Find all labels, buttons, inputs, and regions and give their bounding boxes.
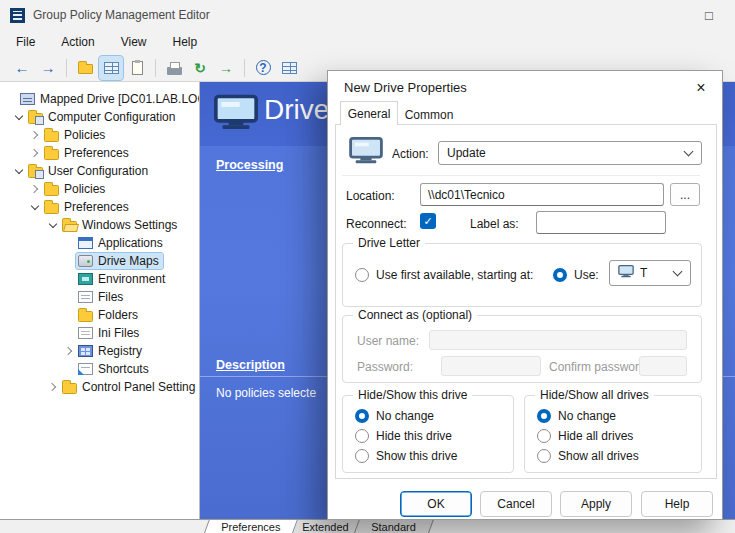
- menu-action[interactable]: Action: [48, 30, 107, 54]
- tab-common[interactable]: Common: [400, 104, 458, 125]
- tree-item-files[interactable]: Files: [0, 288, 199, 306]
- new-drive-properties-dialog: New Drive Properties × General Common Ac…: [327, 70, 723, 520]
- up-one-level-button[interactable]: [73, 56, 97, 80]
- chevron-down-icon[interactable]: [46, 218, 60, 232]
- chevron-right-icon[interactable]: [46, 380, 60, 394]
- menu-file[interactable]: File: [0, 30, 48, 54]
- tree-label: Control Panel Setting: [82, 380, 195, 394]
- show-console-tree-button[interactable]: [99, 56, 123, 80]
- tree-item-registry[interactable]: Registry: [0, 342, 199, 360]
- print-button[interactable]: [162, 56, 186, 80]
- help-button[interactable]: ?: [251, 56, 275, 80]
- reconnect-checkbox[interactable]: [420, 213, 436, 229]
- tree-label: Applications: [98, 236, 163, 250]
- folder-icon: [44, 149, 59, 160]
- this-no-change-radio[interactable]: No change: [355, 409, 434, 423]
- tree-item-user-configuration[interactable]: User Configuration: [0, 162, 199, 180]
- close-icon[interactable]: ×: [688, 76, 714, 100]
- menu-help[interactable]: Help: [160, 30, 211, 54]
- tree-item-drive-maps[interactable]: Drive Maps: [0, 252, 199, 270]
- chevron-down-icon[interactable]: [28, 200, 42, 214]
- tree-label: Mapped Drive [DC01.LAB.LOCA: [40, 92, 200, 106]
- tree-item-gpo-root[interactable]: Mapped Drive [DC01.LAB.LOCA: [0, 90, 199, 108]
- export-arrow-icon: →: [219, 60, 233, 76]
- label-as-input[interactable]: [536, 211, 666, 234]
- tree-label: Ini Files: [98, 326, 139, 340]
- tree-item-control-panel-settings[interactable]: Control Panel Setting: [0, 378, 199, 396]
- radio-off-icon: [355, 268, 369, 282]
- ok-button[interactable]: OK: [400, 491, 472, 517]
- tree-item-windows-settings[interactable]: Windows Settings: [0, 216, 199, 234]
- description-link[interactable]: Description: [216, 358, 285, 372]
- back-arrow-icon: ←: [15, 59, 30, 76]
- tree-label: Policies: [64, 182, 105, 196]
- all-no-change-radio[interactable]: No change: [537, 409, 616, 423]
- refresh-button[interactable]: ↻: [188, 56, 212, 80]
- tree-item-ini-files[interactable]: Ini Files: [0, 324, 199, 342]
- cancel-button[interactable]: Cancel: [480, 491, 552, 517]
- label-as-label: Label as:: [470, 217, 519, 231]
- hide-all-legend: Hide/Show all drives: [535, 388, 654, 402]
- tree-item-applications[interactable]: Applications: [0, 234, 199, 252]
- shortcuts-icon: [78, 363, 93, 375]
- bottom-tab-strip: Preferences Extended Standard: [0, 519, 735, 533]
- tab-standard[interactable]: Standard: [353, 520, 433, 533]
- export-list-button[interactable]: →: [214, 56, 238, 80]
- drive-letter-dropdown[interactable]: T: [609, 260, 691, 286]
- processing-link[interactable]: Processing: [216, 158, 283, 172]
- back-button[interactable]: ←: [10, 56, 34, 80]
- menu-view[interactable]: View: [108, 30, 160, 54]
- printer-icon: [167, 67, 182, 75]
- tree-item-policies[interactable]: Policies: [0, 180, 199, 198]
- console-tree-icon: [104, 62, 119, 74]
- location-input[interactable]: \\dc01\Tecnico: [420, 183, 664, 206]
- tree-label: Windows Settings: [82, 218, 177, 232]
- refresh-icon: ↻: [194, 60, 206, 76]
- action-dropdown[interactable]: Update: [438, 141, 702, 165]
- use-drive-radio[interactable]: Use:: [553, 268, 599, 282]
- maximize-button[interactable]: □: [697, 3, 721, 27]
- tab-general[interactable]: General: [340, 101, 398, 125]
- chevron-right-icon[interactable]: [28, 182, 42, 196]
- chevron-down-icon[interactable]: [12, 110, 26, 124]
- drive-icon: [78, 255, 93, 267]
- tree-label: Computer Configuration: [48, 110, 175, 124]
- drive-maps-header-icon: [214, 94, 258, 135]
- tree-item-policies[interactable]: Policies: [0, 126, 199, 144]
- folder-icon: [44, 203, 59, 214]
- clipboard-icon: [132, 61, 143, 75]
- registry-icon: [78, 345, 93, 357]
- radio-off-icon: [355, 449, 369, 463]
- help-button[interactable]: Help: [641, 491, 713, 517]
- reconnect-label: Reconnect:: [346, 217, 407, 231]
- hide-show-all-drives-group: Hide/Show all drives No change Hide all …: [524, 395, 702, 473]
- tree-item-environment[interactable]: Environment: [0, 270, 199, 288]
- tree-label: User Configuration: [48, 164, 148, 178]
- folder-up-icon: [78, 64, 93, 74]
- chevron-down-icon[interactable]: [12, 164, 26, 178]
- use-first-available-radio[interactable]: Use first available, starting at:: [355, 268, 533, 282]
- chevron-right-icon[interactable]: [28, 128, 42, 142]
- hide-this-drive-radio[interactable]: Hide this drive: [355, 429, 452, 443]
- tree-item-preferences[interactable]: Preferences: [0, 198, 199, 216]
- tab-preferences[interactable]: Preferences: [203, 520, 298, 533]
- chevron-right-icon[interactable]: [62, 344, 76, 358]
- view-menu-button[interactable]: [277, 56, 301, 80]
- apply-button[interactable]: Apply: [560, 491, 632, 517]
- tree-item-preferences[interactable]: Preferences: [0, 144, 199, 162]
- tree-item-folders[interactable]: Folders: [0, 306, 199, 324]
- radio-off-icon: [355, 429, 369, 443]
- chevron-right-icon[interactable]: [28, 146, 42, 160]
- show-this-drive-radio[interactable]: Show this drive: [355, 449, 457, 463]
- tree-item-computer-configuration[interactable]: Computer Configuration: [0, 108, 199, 126]
- hide-all-drives-radio[interactable]: Hide all drives: [537, 429, 633, 443]
- show-all-drives-radio[interactable]: Show all drives: [537, 449, 639, 463]
- forward-button[interactable]: →: [36, 56, 60, 80]
- tree-item-shortcuts[interactable]: Shortcuts: [0, 360, 199, 378]
- applications-icon: [78, 237, 93, 249]
- gpme-window: Group Policy Management Editor □ File Ac…: [0, 0, 735, 533]
- browse-button[interactable]: ...: [670, 183, 700, 206]
- window-title: Group Policy Management Editor: [33, 8, 210, 22]
- properties-button[interactable]: [125, 56, 149, 80]
- ini-files-icon: [78, 327, 93, 339]
